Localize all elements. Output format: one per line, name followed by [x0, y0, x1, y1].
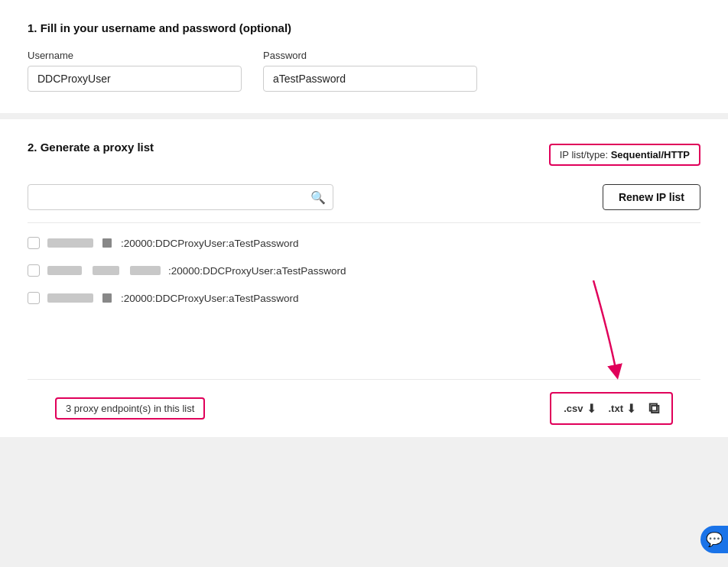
ip-square-1 [102, 238, 112, 248]
section-proxy-list: 2. Generate a proxy list IP list/type: S… [0, 119, 728, 437]
txt-label: .txt [609, 403, 624, 414]
section2-header: 2. Generate a proxy list IP list/type: S… [28, 141, 700, 169]
proxy-checkbox[interactable] [28, 292, 40, 304]
password-input[interactable] [263, 66, 477, 92]
search-input[interactable] [28, 184, 333, 210]
txt-download-button[interactable]: .txt ⬇ [609, 401, 637, 416]
ip-blur-2c [130, 266, 161, 275]
credentials-fields: Username Password [28, 50, 700, 92]
txt-download-icon: ⬇ [626, 401, 636, 416]
endpoint-count-badge: 3 proxy endpoint(s) in this list [55, 397, 205, 420]
proxy-row: :20000:DDCProxyUser:aTestPassword [28, 229, 700, 257]
chat-bubble[interactable]: 💬 [700, 526, 728, 553]
search-bar-row: 🔍 Renew IP list [28, 184, 700, 223]
username-label: Username [28, 50, 242, 61]
renew-ip-list-button[interactable]: Renew IP list [603, 184, 700, 210]
section-credentials: 1. Fill in your username and password (o… [0, 0, 728, 113]
ip-blur-1a [47, 238, 93, 248]
search-wrapper: 🔍 [28, 184, 333, 210]
ip-square-3 [102, 293, 112, 303]
proxy-text-3: :20000:DDCProxyUser:aTestPassword [121, 293, 299, 304]
ip-list-value: Sequential/HTTP [611, 149, 690, 160]
proxy-checkbox[interactable] [28, 237, 40, 249]
username-input[interactable] [28, 66, 242, 92]
ip-list-label: IP list/type: [560, 149, 608, 160]
password-group: Password [263, 50, 477, 92]
ip-blur-2b [93, 266, 119, 275]
search-icon: 🔍 [310, 190, 326, 205]
chat-icon: 💬 [706, 531, 723, 548]
csv-label: .csv [564, 403, 583, 414]
copy-icon: ⧉ [648, 400, 659, 417]
copy-button[interactable]: ⧉ [648, 400, 659, 417]
username-group: Username [28, 50, 242, 92]
proxy-row: :20000:DDCProxyUser:aTestPassword [28, 284, 700, 312]
section2-title: 2. Generate a proxy list [28, 141, 154, 154]
section1-title: 1. Fill in your username and password (o… [28, 21, 700, 34]
ip-list-badge: IP list/type: Sequential/HTTP [549, 144, 700, 166]
proxy-checkbox[interactable] [28, 264, 40, 277]
export-group: .csv ⬇ .txt ⬇ ⧉ [550, 392, 673, 425]
ip-blur-2a [47, 266, 82, 275]
proxy-row: :20000:DDCProxyUser:aTestPassword [28, 257, 700, 284]
proxy-text-2: :20000:DDCProxyUser:aTestPassword [168, 265, 346, 277]
proxy-text-1: :20000:DDCProxyUser:aTestPassword [121, 238, 299, 249]
csv-download-icon: ⬇ [587, 401, 596, 416]
bottom-bar: 3 proxy endpoint(s) in this list .csv ⬇ … [28, 379, 700, 437]
proxy-list: :20000:DDCProxyUser:aTestPassword :20000… [28, 223, 700, 318]
csv-download-button[interactable]: .csv ⬇ [564, 401, 596, 416]
ip-blur-3a [47, 293, 93, 303]
section2-inner: 2. Generate a proxy list IP list/type: S… [0, 119, 728, 437]
password-label: Password [263, 50, 477, 61]
